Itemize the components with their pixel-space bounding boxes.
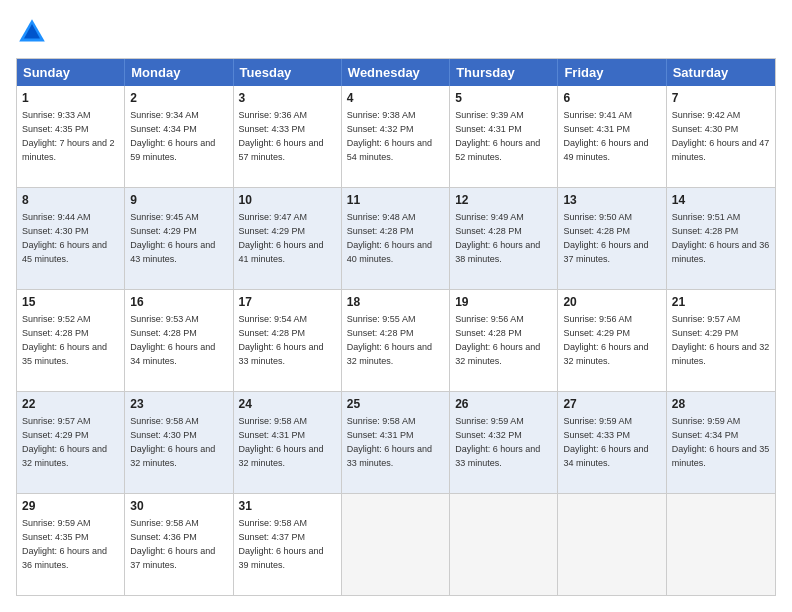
day-cell-3: 3Sunrise: 9:36 AMSunset: 4:33 PMDaylight…: [234, 86, 342, 187]
cell-details: Sunrise: 9:58 AMSunset: 4:31 PMDaylight:…: [347, 416, 432, 468]
day-cell-16: 16Sunrise: 9:53 AMSunset: 4:28 PMDayligh…: [125, 290, 233, 391]
day-number: 24: [239, 396, 336, 413]
cell-details: Sunrise: 9:59 AMSunset: 4:34 PMDaylight:…: [672, 416, 770, 468]
cell-details: Sunrise: 9:54 AMSunset: 4:28 PMDaylight:…: [239, 314, 324, 366]
day-number: 19: [455, 294, 552, 311]
day-cell-31: 31Sunrise: 9:58 AMSunset: 4:37 PMDayligh…: [234, 494, 342, 595]
calendar-header: SundayMondayTuesdayWednesdayThursdayFrid…: [17, 59, 775, 86]
cell-details: Sunrise: 9:57 AMSunset: 4:29 PMDaylight:…: [22, 416, 107, 468]
logo: [16, 16, 52, 48]
day-number: 29: [22, 498, 119, 515]
day-number: 23: [130, 396, 227, 413]
day-number: 18: [347, 294, 444, 311]
cell-details: Sunrise: 9:39 AMSunset: 4:31 PMDaylight:…: [455, 110, 540, 162]
empty-cell-4-3: [342, 494, 450, 595]
cell-details: Sunrise: 9:58 AMSunset: 4:31 PMDaylight:…: [239, 416, 324, 468]
day-of-week-sunday: Sunday: [17, 59, 125, 86]
cell-details: Sunrise: 9:47 AMSunset: 4:29 PMDaylight:…: [239, 212, 324, 264]
day-cell-10: 10Sunrise: 9:47 AMSunset: 4:29 PMDayligh…: [234, 188, 342, 289]
day-number: 20: [563, 294, 660, 311]
day-cell-14: 14Sunrise: 9:51 AMSunset: 4:28 PMDayligh…: [667, 188, 775, 289]
calendar-body: 1Sunrise: 9:33 AMSunset: 4:35 PMDaylight…: [17, 86, 775, 595]
day-number: 10: [239, 192, 336, 209]
cell-details: Sunrise: 9:52 AMSunset: 4:28 PMDaylight:…: [22, 314, 107, 366]
cell-details: Sunrise: 9:59 AMSunset: 4:32 PMDaylight:…: [455, 416, 540, 468]
cell-details: Sunrise: 9:33 AMSunset: 4:35 PMDaylight:…: [22, 110, 115, 162]
day-cell-23: 23Sunrise: 9:58 AMSunset: 4:30 PMDayligh…: [125, 392, 233, 493]
cell-details: Sunrise: 9:57 AMSunset: 4:29 PMDaylight:…: [672, 314, 770, 366]
day-number: 3: [239, 90, 336, 107]
cell-details: Sunrise: 9:34 AMSunset: 4:34 PMDaylight:…: [130, 110, 215, 162]
day-cell-8: 8Sunrise: 9:44 AMSunset: 4:30 PMDaylight…: [17, 188, 125, 289]
empty-cell-4-4: [450, 494, 558, 595]
day-of-week-friday: Friday: [558, 59, 666, 86]
day-cell-20: 20Sunrise: 9:56 AMSunset: 4:29 PMDayligh…: [558, 290, 666, 391]
day-number: 11: [347, 192, 444, 209]
day-number: 28: [672, 396, 770, 413]
day-number: 2: [130, 90, 227, 107]
cell-details: Sunrise: 9:58 AMSunset: 4:37 PMDaylight:…: [239, 518, 324, 570]
cell-details: Sunrise: 9:38 AMSunset: 4:32 PMDaylight:…: [347, 110, 432, 162]
day-number: 7: [672, 90, 770, 107]
cell-details: Sunrise: 9:51 AMSunset: 4:28 PMDaylight:…: [672, 212, 770, 264]
day-cell-13: 13Sunrise: 9:50 AMSunset: 4:28 PMDayligh…: [558, 188, 666, 289]
day-number: 12: [455, 192, 552, 209]
day-cell-27: 27Sunrise: 9:59 AMSunset: 4:33 PMDayligh…: [558, 392, 666, 493]
day-cell-11: 11Sunrise: 9:48 AMSunset: 4:28 PMDayligh…: [342, 188, 450, 289]
day-number: 31: [239, 498, 336, 515]
cell-details: Sunrise: 9:55 AMSunset: 4:28 PMDaylight:…: [347, 314, 432, 366]
cell-details: Sunrise: 9:45 AMSunset: 4:29 PMDaylight:…: [130, 212, 215, 264]
cell-details: Sunrise: 9:53 AMSunset: 4:28 PMDaylight:…: [130, 314, 215, 366]
day-cell-2: 2Sunrise: 9:34 AMSunset: 4:34 PMDaylight…: [125, 86, 233, 187]
cell-details: Sunrise: 9:44 AMSunset: 4:30 PMDaylight:…: [22, 212, 107, 264]
day-cell-12: 12Sunrise: 9:49 AMSunset: 4:28 PMDayligh…: [450, 188, 558, 289]
day-cell-15: 15Sunrise: 9:52 AMSunset: 4:28 PMDayligh…: [17, 290, 125, 391]
empty-cell-4-5: [558, 494, 666, 595]
day-cell-9: 9Sunrise: 9:45 AMSunset: 4:29 PMDaylight…: [125, 188, 233, 289]
day-number: 15: [22, 294, 119, 311]
day-cell-7: 7Sunrise: 9:42 AMSunset: 4:30 PMDaylight…: [667, 86, 775, 187]
day-cell-4: 4Sunrise: 9:38 AMSunset: 4:32 PMDaylight…: [342, 86, 450, 187]
calendar-row-1: 1Sunrise: 9:33 AMSunset: 4:35 PMDaylight…: [17, 86, 775, 188]
calendar-row-5: 29Sunrise: 9:59 AMSunset: 4:35 PMDayligh…: [17, 494, 775, 595]
cell-details: Sunrise: 9:58 AMSunset: 4:30 PMDaylight:…: [130, 416, 215, 468]
day-cell-29: 29Sunrise: 9:59 AMSunset: 4:35 PMDayligh…: [17, 494, 125, 595]
day-cell-6: 6Sunrise: 9:41 AMSunset: 4:31 PMDaylight…: [558, 86, 666, 187]
day-cell-1: 1Sunrise: 9:33 AMSunset: 4:35 PMDaylight…: [17, 86, 125, 187]
day-cell-26: 26Sunrise: 9:59 AMSunset: 4:32 PMDayligh…: [450, 392, 558, 493]
day-cell-17: 17Sunrise: 9:54 AMSunset: 4:28 PMDayligh…: [234, 290, 342, 391]
day-number: 16: [130, 294, 227, 311]
calendar-row-4: 22Sunrise: 9:57 AMSunset: 4:29 PMDayligh…: [17, 392, 775, 494]
day-number: 6: [563, 90, 660, 107]
cell-details: Sunrise: 9:56 AMSunset: 4:28 PMDaylight:…: [455, 314, 540, 366]
calendar-row-3: 15Sunrise: 9:52 AMSunset: 4:28 PMDayligh…: [17, 290, 775, 392]
calendar: SundayMondayTuesdayWednesdayThursdayFrid…: [16, 58, 776, 596]
day-number: 26: [455, 396, 552, 413]
day-number: 30: [130, 498, 227, 515]
day-number: 27: [563, 396, 660, 413]
day-cell-30: 30Sunrise: 9:58 AMSunset: 4:36 PMDayligh…: [125, 494, 233, 595]
day-cell-19: 19Sunrise: 9:56 AMSunset: 4:28 PMDayligh…: [450, 290, 558, 391]
page: SundayMondayTuesdayWednesdayThursdayFrid…: [0, 0, 792, 612]
cell-details: Sunrise: 9:42 AMSunset: 4:30 PMDaylight:…: [672, 110, 770, 162]
day-of-week-saturday: Saturday: [667, 59, 775, 86]
day-cell-24: 24Sunrise: 9:58 AMSunset: 4:31 PMDayligh…: [234, 392, 342, 493]
day-number: 25: [347, 396, 444, 413]
day-number: 1: [22, 90, 119, 107]
calendar-row-2: 8Sunrise: 9:44 AMSunset: 4:30 PMDaylight…: [17, 188, 775, 290]
day-of-week-wednesday: Wednesday: [342, 59, 450, 86]
day-cell-21: 21Sunrise: 9:57 AMSunset: 4:29 PMDayligh…: [667, 290, 775, 391]
day-number: 4: [347, 90, 444, 107]
day-of-week-monday: Monday: [125, 59, 233, 86]
cell-details: Sunrise: 9:48 AMSunset: 4:28 PMDaylight:…: [347, 212, 432, 264]
cell-details: Sunrise: 9:58 AMSunset: 4:36 PMDaylight:…: [130, 518, 215, 570]
cell-details: Sunrise: 9:41 AMSunset: 4:31 PMDaylight:…: [563, 110, 648, 162]
day-cell-22: 22Sunrise: 9:57 AMSunset: 4:29 PMDayligh…: [17, 392, 125, 493]
cell-details: Sunrise: 9:59 AMSunset: 4:35 PMDaylight:…: [22, 518, 107, 570]
day-number: 9: [130, 192, 227, 209]
day-number: 17: [239, 294, 336, 311]
cell-details: Sunrise: 9:49 AMSunset: 4:28 PMDaylight:…: [455, 212, 540, 264]
day-number: 22: [22, 396, 119, 413]
cell-details: Sunrise: 9:36 AMSunset: 4:33 PMDaylight:…: [239, 110, 324, 162]
empty-cell-4-6: [667, 494, 775, 595]
